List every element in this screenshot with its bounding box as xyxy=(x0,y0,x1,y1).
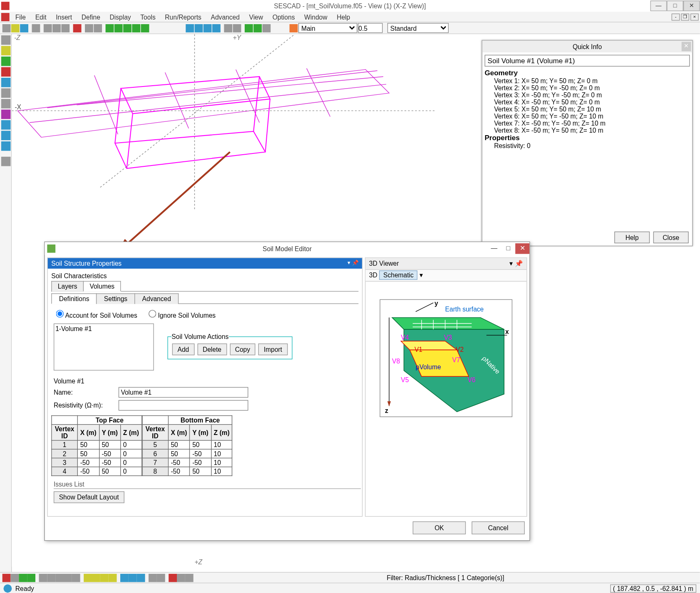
view-b-icon[interactable] xyxy=(195,24,203,32)
display-b-icon[interactable] xyxy=(253,24,262,32)
volume-list[interactable]: 1-Volume #1 xyxy=(54,324,154,371)
tool-8-icon[interactable] xyxy=(1,141,11,151)
menu-display[interactable]: Display xyxy=(105,12,136,22)
mdi-close[interactable]: × xyxy=(690,13,699,20)
quick-info-close-button[interactable]: Close xyxy=(653,232,689,243)
tool-e-icon[interactable] xyxy=(141,24,149,32)
bt-icon[interactable] xyxy=(185,573,194,582)
menu-options[interactable]: Options xyxy=(268,12,299,22)
undo-icon[interactable] xyxy=(85,24,93,32)
tool-1-icon[interactable] xyxy=(1,57,11,66)
pin-icon[interactable]: ▾ 📌 xyxy=(348,260,358,267)
list-item[interactable]: 1-Volume #1 xyxy=(55,325,152,332)
menu-view[interactable]: View xyxy=(244,12,268,22)
menu-tools[interactable]: Tools xyxy=(136,12,160,22)
menu-define[interactable]: Define xyxy=(77,12,105,22)
bt-icon[interactable] xyxy=(39,573,47,582)
subtab-settings[interactable]: Settings xyxy=(96,294,135,304)
show-default-layout-button[interactable]: Show Default Layout xyxy=(54,492,124,503)
close-button[interactable]: ✕ xyxy=(683,0,700,11)
print-icon[interactable] xyxy=(32,24,40,32)
ok-button[interactable]: OK xyxy=(413,521,466,534)
bt-icon[interactable] xyxy=(84,573,92,582)
bt-icon[interactable] xyxy=(55,573,64,582)
viewer-schematic-button[interactable]: Schematic xyxy=(379,270,418,280)
copy-button[interactable]: Copy xyxy=(230,343,256,355)
line-tool-icon[interactable] xyxy=(1,46,11,56)
tab-layers[interactable]: Layers xyxy=(51,281,84,292)
menu-advanced[interactable]: Advanced xyxy=(206,12,244,22)
menu-edit[interactable]: Edit xyxy=(30,12,51,22)
top-face-table[interactable]: Top Face Vertex IDX (m)Y (m)Z (m) 150500… xyxy=(51,415,142,476)
resistivity-field[interactable] xyxy=(119,400,248,411)
redo-icon[interactable] xyxy=(94,24,102,32)
subtab-advanced[interactable]: Advanced xyxy=(134,294,179,304)
bt-icon[interactable] xyxy=(100,573,109,582)
menu-insert[interactable]: Insert xyxy=(51,12,77,22)
open-icon[interactable] xyxy=(11,24,20,32)
menu-help[interactable]: Help xyxy=(332,12,355,22)
display-c-icon[interactable] xyxy=(262,24,271,32)
maximize-button[interactable]: □ xyxy=(667,0,683,11)
paste-icon[interactable] xyxy=(61,24,70,32)
bt-icon[interactable] xyxy=(137,573,145,582)
bt-icon[interactable] xyxy=(149,573,157,582)
radio-account[interactable]: Account for Soil Volumes xyxy=(56,311,137,319)
cancel-button[interactable]: Cancel xyxy=(472,521,525,534)
bt-icon[interactable] xyxy=(169,573,177,582)
view-c-icon[interactable] xyxy=(204,24,212,32)
tool-5-icon[interactable] xyxy=(1,110,11,119)
tool-b-icon[interactable] xyxy=(114,24,123,32)
bt-icon[interactable] xyxy=(157,573,165,582)
dialog-minimize-button[interactable]: — xyxy=(487,243,501,254)
radio-ignore[interactable]: Ignore Soil Volumes xyxy=(149,311,216,319)
bt-icon[interactable] xyxy=(47,573,55,582)
menu-window[interactable]: Window xyxy=(300,12,332,22)
bt-icon[interactable] xyxy=(129,573,137,582)
cursor-icon[interactable] xyxy=(1,35,11,45)
bt-icon[interactable] xyxy=(72,573,80,582)
copy-icon[interactable] xyxy=(52,24,61,32)
delete-icon[interactable] xyxy=(73,24,82,32)
layer-b-icon[interactable] xyxy=(233,24,241,32)
display-a-icon[interactable] xyxy=(245,24,253,32)
tool-c-icon[interactable] xyxy=(123,24,132,32)
menu-run[interactable]: Run/Reports xyxy=(160,12,206,22)
tool-3-icon[interactable] xyxy=(1,78,11,87)
dialog-close-button[interactable]: ✕ xyxy=(515,243,529,254)
bt-icon[interactable] xyxy=(177,573,185,582)
bt-icon[interactable] xyxy=(109,573,117,582)
bt-icon[interactable] xyxy=(92,573,100,582)
menu-file[interactable]: File xyxy=(11,12,31,22)
bt-icon[interactable] xyxy=(19,573,27,582)
tool-d-icon[interactable] xyxy=(132,24,140,32)
new-icon[interactable] xyxy=(2,24,11,32)
layer-a-icon[interactable] xyxy=(224,24,232,32)
value-input[interactable] xyxy=(358,23,383,33)
dialog-maximize-button[interactable]: □ xyxy=(501,243,515,254)
bt-icon[interactable] xyxy=(64,573,72,582)
mdi-minimize[interactable]: - xyxy=(672,13,680,20)
tool-4-icon[interactable] xyxy=(1,89,11,98)
cut-icon[interactable] xyxy=(44,24,52,32)
add-button[interactable]: Add xyxy=(172,343,194,355)
tool-2-icon[interactable] xyxy=(1,67,11,77)
bt-icon[interactable] xyxy=(27,573,35,582)
viewer-3d-button[interactable]: 3D xyxy=(369,272,377,279)
bottom-face-table[interactable]: Bottom Face Vertex IDX (m)Y (m)Z (m) 550… xyxy=(142,415,233,476)
subtab-definitions[interactable]: Definitions xyxy=(51,294,97,304)
bt-icon[interactable] xyxy=(120,573,129,582)
dropdown-icon[interactable]: ▾ xyxy=(420,272,423,279)
text-tool-icon[interactable] xyxy=(1,157,11,166)
save-icon[interactable] xyxy=(20,24,28,32)
layer-select[interactable]: Main xyxy=(298,23,357,33)
zoom-icon[interactable] xyxy=(1,99,11,109)
tab-volumes[interactable]: Volumes xyxy=(83,281,121,292)
tool-7-icon[interactable] xyxy=(1,131,11,141)
style-select[interactable]: Standard xyxy=(387,23,449,33)
delete-button[interactable]: Delete xyxy=(197,343,227,355)
mdi-restore[interactable]: ❐ xyxy=(681,13,689,20)
pin-icon[interactable]: ▾ 📌 xyxy=(509,260,523,267)
bt-icon[interactable] xyxy=(2,573,11,582)
quick-info-close-icon[interactable]: ✕ xyxy=(682,42,691,52)
